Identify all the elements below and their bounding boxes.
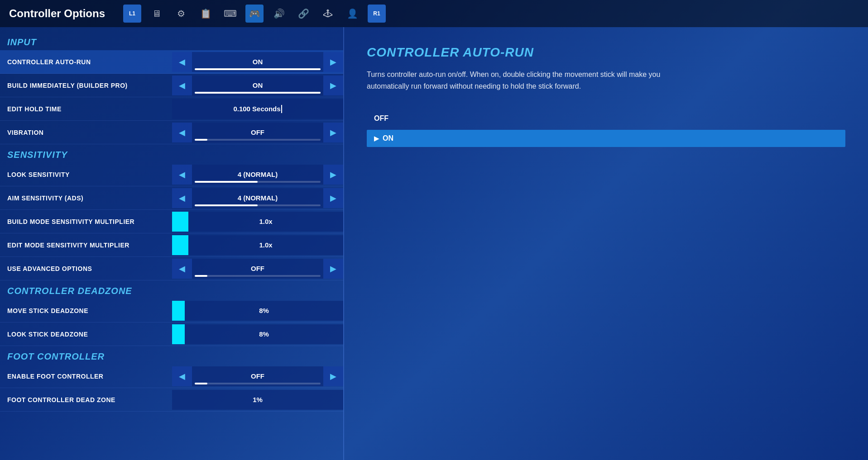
deadzone-control-move-stick-deadzone[interactable]: 8% — [172, 301, 343, 321]
row-build-mode-multiplier[interactable]: BUILD MODE SENSITIVITY MULTIPLIER1.0x — [0, 210, 343, 233]
value-controller-auto-run: ON — [192, 52, 323, 72]
label-move-stick-deadzone: MOVE STICK DEADZONE — [0, 303, 172, 319]
user-icon[interactable]: 👤 — [343, 5, 361, 23]
deadzone-control-look-stick-deadzone[interactable]: 8% — [172, 324, 343, 344]
label-edit-hold-time: EDIT HOLD TIME — [0, 101, 172, 117]
label-look-sensitivity: LOOK SENSITIVITY — [0, 166, 172, 183]
value-build-immediately: ON — [192, 76, 323, 95]
row-aim-sensitivity[interactable]: AIM SENSITIVITY (ADS)◀4 (NORMAL)▶ — [0, 186, 343, 210]
row-vibration[interactable]: VIBRATION◀OFF▶ — [0, 121, 343, 144]
label-use-advanced-options: USE ADVANCED OPTIONS — [0, 261, 172, 277]
label-edit-mode-multiplier: EDIT MODE SENSITIVITY MULTIPLIER — [0, 237, 172, 253]
row-build-immediately[interactable]: BUILD IMMEDIATELY (BUILDER PRO)◀ON▶ — [0, 74, 343, 97]
arrow-left-look-sensitivity[interactable]: ◀ — [172, 165, 192, 185]
value-enable-foot-controller: OFF — [192, 366, 323, 386]
bar-control-edit-mode-multiplier[interactable]: 1.0x — [172, 235, 343, 255]
page-title: Controller Options — [9, 7, 105, 20]
label-vibration: VIBRATION — [0, 124, 172, 141]
label-foot-controller-dead-zone: FOOT CONTROLLER DEAD ZONE — [0, 392, 172, 408]
label-build-immediately: BUILD IMMEDIATELY (BUILDER PRO) — [0, 77, 172, 94]
arrow-right-look-sensitivity[interactable]: ▶ — [323, 165, 343, 185]
arrow-left-aim-sensitivity[interactable]: ◀ — [172, 188, 192, 208]
option-off[interactable]: OFF — [367, 110, 845, 127]
arrow-left-use-advanced-options[interactable]: ◀ — [172, 259, 192, 279]
keyboard-icon[interactable]: ⌨ — [221, 5, 239, 23]
arrow-right-build-immediately[interactable]: ▶ — [323, 76, 343, 95]
value-vibration: OFF — [192, 123, 323, 142]
nav-icons: L1 🖥 ⚙ 📋 ⌨ 🎮 🔊 🔗 🕹 👤 R1 — [123, 5, 386, 23]
value-aim-sensitivity: 4 (NORMAL) — [192, 188, 323, 208]
monitor-icon[interactable]: 🖥 — [148, 5, 166, 23]
arrow-right-vibration[interactable]: ▶ — [323, 123, 343, 142]
row-foot-controller-dead-zone[interactable]: FOOT CONTROLLER DEAD ZONE1% — [0, 388, 343, 412]
arrow-right-use-advanced-options[interactable]: ▶ — [323, 259, 343, 279]
bar-control-build-mode-multiplier[interactable]: 1.0x — [172, 212, 343, 232]
arrow-right-enable-foot-controller[interactable]: ▶ — [323, 366, 343, 386]
option-on[interactable]: ▶ON — [367, 130, 845, 147]
network-icon[interactable]: 🔗 — [294, 5, 312, 23]
gear-icon[interactable]: ⚙ — [172, 5, 190, 23]
top-bar: Controller Options L1 🖥 ⚙ 📋 ⌨ 🎮 🔊 🔗 🕹 👤 … — [0, 0, 868, 27]
value-build-mode-multiplier: 1.0x — [188, 218, 343, 225]
right-panel: CONTROLLER AUTO-RUN Turns controller aut… — [344, 27, 868, 460]
R1-badge[interactable]: R1 — [368, 5, 386, 23]
label-enable-foot-controller: ENABLE FOOT CONTROLLER — [0, 368, 172, 384]
row-edit-mode-multiplier[interactable]: EDIT MODE SENSITIVITY MULTIPLIER1.0x — [0, 233, 343, 257]
arrow-left-vibration[interactable]: ◀ — [172, 123, 192, 142]
value-look-stick-deadzone: 8% — [185, 330, 343, 338]
arrow-left-enable-foot-controller[interactable]: ◀ — [172, 366, 192, 386]
section-header-input: INPUT — [0, 32, 343, 50]
section-header-foot-controller: FOOT CONTROLLER — [0, 346, 343, 365]
label-aim-sensitivity: AIM SENSITIVITY (ADS) — [0, 190, 172, 206]
arrow-right-controller-auto-run[interactable]: ▶ — [323, 52, 343, 72]
controller-icon[interactable]: 🎮 — [245, 5, 264, 23]
label-build-mode-multiplier: BUILD MODE SENSITIVITY MULTIPLIER — [0, 213, 172, 230]
gamepad-icon[interactable]: 🕹 — [319, 5, 337, 23]
row-look-sensitivity[interactable]: LOOK SENSITIVITY◀4 (NORMAL)▶ — [0, 163, 343, 186]
section-header-controller-deadzone: CONTROLLER DEADZONE — [0, 280, 343, 299]
row-look-stick-deadzone[interactable]: LOOK STICK DEADZONE8% — [0, 322, 343, 346]
row-move-stick-deadzone[interactable]: MOVE STICK DEADZONE8% — [0, 299, 343, 322]
text-input-edit-hold-time[interactable]: 0.100 Seconds — [172, 99, 343, 119]
option-list: OFF▶ON — [367, 110, 845, 147]
row-enable-foot-controller[interactable]: ENABLE FOOT CONTROLLER◀OFF▶ — [0, 365, 343, 388]
row-controller-auto-run[interactable]: CONTROLLER AUTO-RUN◀ON▶ — [0, 50, 343, 74]
row-edit-hold-time[interactable]: EDIT HOLD TIME0.100 Seconds — [0, 97, 343, 121]
section-header-sensitivity: SENSITIVITY — [0, 144, 343, 163]
main-layout: INPUTCONTROLLER AUTO-RUN◀ON▶BUILD IMMEDI… — [0, 27, 868, 460]
value-use-advanced-options: OFF — [192, 259, 323, 279]
text-input-foot-controller-dead-zone[interactable]: 1% — [172, 390, 343, 410]
arrow-left-controller-auto-run[interactable]: ◀ — [172, 52, 192, 72]
value-edit-mode-multiplier: 1.0x — [188, 241, 343, 249]
detail-description: Turns controller auto-run on/off. When o… — [367, 69, 684, 92]
arrow-left-build-immediately[interactable]: ◀ — [172, 76, 192, 95]
arrow-right-aim-sensitivity[interactable]: ▶ — [323, 188, 343, 208]
doc-icon[interactable]: 📋 — [197, 5, 215, 23]
L1-badge[interactable]: L1 — [123, 5, 141, 23]
speaker-icon[interactable]: 🔊 — [270, 5, 288, 23]
left-panel: INPUTCONTROLLER AUTO-RUN◀ON▶BUILD IMMEDI… — [0, 27, 344, 460]
label-look-stick-deadzone: LOOK STICK DEADZONE — [0, 326, 172, 342]
label-controller-auto-run: CONTROLLER AUTO-RUN — [0, 54, 172, 70]
value-look-sensitivity: 4 (NORMAL) — [192, 165, 323, 185]
detail-title: CONTROLLER AUTO-RUN — [367, 45, 845, 60]
row-use-advanced-options[interactable]: USE ADVANCED OPTIONS◀OFF▶ — [0, 257, 343, 280]
value-move-stick-deadzone: 8% — [185, 307, 343, 314]
